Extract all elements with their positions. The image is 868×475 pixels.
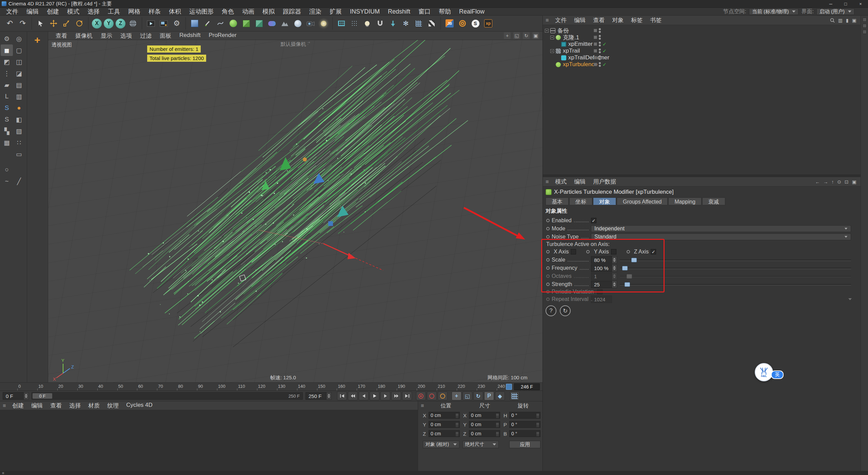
visibility-dots-icon[interactable]: [599, 49, 601, 53]
om-menu-4[interactable]: 标签: [627, 16, 646, 24]
enabled-check-icon[interactable]: ✓: [603, 62, 607, 67]
viewport-renderer-menu-0[interactable]: Redshift: [175, 32, 204, 40]
layer-square-icon[interactable]: [594, 49, 597, 53]
object-row-xpTrailDeformer[interactable]: xpTrailDeformer: [543, 54, 861, 61]
object-row-克隆.1[interactable]: 克隆.1: [543, 34, 861, 41]
next-frame-button[interactable]: [380, 392, 390, 400]
menubar-item-2[interactable]: 创建: [43, 8, 63, 16]
workplane-icon[interactable]: ◫: [13, 56, 25, 68]
rect-tool-icon[interactable]: ▭: [13, 148, 25, 160]
position-mode-dropdown[interactable]: 对象 (相对): [423, 441, 459, 448]
om-menu-1[interactable]: 编辑: [570, 16, 589, 24]
minimize-button[interactable]: ─: [823, 0, 838, 7]
timeline-ruler[interactable]: 0102030405060708090100110120130140150160…: [0, 382, 542, 391]
menubar-item-16[interactable]: INSYDIUM: [346, 8, 384, 16]
viewport-menu-2[interactable]: 显示: [97, 32, 116, 40]
coord-input-rotation-P[interactable]: 0 °: [509, 421, 540, 428]
strength-slider[interactable]: [620, 281, 851, 288]
lasso-tool-icon[interactable]: ╱: [13, 175, 25, 187]
landscape-button[interactable]: [278, 17, 291, 30]
tab-3[interactable]: Groups Affected: [617, 197, 668, 205]
search-icon[interactable]: [830, 18, 835, 23]
tab-2[interactable]: 对象: [593, 197, 616, 205]
play-button[interactable]: [370, 392, 379, 400]
previous-key-button[interactable]: [348, 392, 358, 400]
scale-field[interactable]: 80 %: [591, 256, 617, 264]
object-toggles[interactable]: ✓: [594, 48, 607, 54]
menubar-item-15[interactable]: 扩展: [326, 8, 346, 16]
xp-help-button[interactable]: ?: [546, 305, 556, 316]
light-button[interactable]: [317, 17, 330, 30]
material-menu-2[interactable]: 查看: [46, 402, 65, 410]
camera-button[interactable]: [304, 17, 317, 30]
add-palette-icon[interactable]: +: [32, 35, 42, 45]
visibility-dots-icon[interactable]: [599, 35, 601, 40]
particles-button[interactable]: [348, 17, 361, 30]
array-button[interactable]: [253, 17, 265, 30]
circle-tool-icon[interactable]: ○: [1, 164, 13, 175]
viewport-menu-5[interactable]: 面板: [156, 32, 175, 40]
expander-icon[interactable]: [550, 36, 554, 39]
key-scale-toggle[interactable]: ◱: [462, 392, 472, 400]
spinner-arrows-icon[interactable]: [327, 392, 332, 400]
panel-splitter[interactable]: [543, 174, 861, 177]
strength-field[interactable]: 25: [591, 281, 617, 288]
keyframe-dot[interactable]: [627, 250, 630, 253]
xpresso-table-button[interactable]: [335, 17, 348, 30]
object-toggles[interactable]: ✓: [594, 41, 607, 48]
keyframe-dot[interactable]: [546, 219, 550, 222]
keyframe-dot[interactable]: [546, 258, 550, 262]
enabled-check-icon[interactable]: ✓: [603, 48, 607, 54]
menubar-item-14[interactable]: 渲染: [305, 8, 326, 16]
key-parameter-toggle[interactable]: P: [484, 392, 494, 400]
model-mode-icon[interactable]: ◼: [1, 44, 13, 56]
xparticles-plugin-button[interactable]: xp: [482, 17, 495, 30]
material-menu-1[interactable]: 编辑: [27, 402, 46, 410]
uv-mode-icon[interactable]: ▤: [13, 79, 25, 91]
dots-icon[interactable]: ∷: [13, 137, 25, 148]
status-menu-icon[interactable]: ≡: [2, 471, 4, 475]
key-position-toggle[interactable]: +: [452, 392, 461, 400]
record-keyframe-button[interactable]: [416, 392, 426, 400]
object-row-xpEmitter[interactable]: xpEmitter✓: [543, 41, 861, 48]
checker-icon[interactable]: ▚: [1, 125, 13, 137]
sphere-tool-icon[interactable]: ●: [13, 102, 25, 114]
download-button[interactable]: [387, 17, 399, 30]
menubar-item-9[interactable]: 运动图形: [185, 8, 218, 16]
edges-mode-icon[interactable]: ◪: [13, 68, 25, 79]
am-menu-1[interactable]: 编辑: [570, 178, 589, 186]
menubar-item-11[interactable]: 动画: [238, 8, 258, 16]
layer-square-icon[interactable]: [594, 42, 597, 46]
x-axis-lock-button[interactable]: X: [92, 19, 102, 28]
keyframe-time-button[interactable]: [438, 392, 448, 400]
object-row-备份[interactable]: 备份: [543, 27, 861, 34]
render-settings-button[interactable]: ⚙: [170, 17, 183, 30]
end-frame-field[interactable]: 250 F: [305, 392, 332, 400]
pan-view-icon[interactable]: +: [504, 32, 511, 39]
object-toggles[interactable]: [594, 27, 601, 34]
paint-icon[interactable]: ◧: [13, 114, 25, 125]
magnet-snap-button[interactable]: [374, 17, 387, 30]
live-selection-tool[interactable]: [34, 17, 47, 30]
points-mode-icon[interactable]: ⋮: [1, 68, 13, 79]
menubar-item-4[interactable]: 选择: [83, 8, 104, 16]
visibility-dots-icon[interactable]: [599, 62, 601, 67]
mode-dropdown[interactable]: Independent: [591, 225, 851, 232]
coord-input-size-Y[interactable]: 0 cm: [469, 421, 500, 428]
menubar-item-10[interactable]: 角色: [218, 8, 238, 16]
redo-button[interactable]: ↷: [16, 17, 29, 30]
slider-thumb[interactable]: [625, 282, 630, 287]
material-menu-5[interactable]: 纹理: [103, 402, 122, 410]
snowflake-button[interactable]: ✻: [399, 17, 412, 30]
arrow-mode-icon[interactable]: ◎: [13, 33, 25, 44]
am-menu-2[interactable]: 用户数据: [589, 178, 620, 186]
tab-0[interactable]: 基本: [546, 197, 569, 205]
menubar-item-12[interactable]: 模拟: [258, 8, 279, 16]
visibility-dots-icon[interactable]: [599, 55, 601, 60]
material-menu-4[interactable]: 材质: [84, 402, 103, 410]
menubar-item-17[interactable]: Redshift: [384, 8, 414, 16]
viewport-menu-4[interactable]: 过滤: [136, 32, 156, 40]
tab-1[interactable]: 坐标: [569, 197, 592, 205]
expander-icon[interactable]: [550, 49, 554, 53]
texture-mode-icon[interactable]: ◩: [1, 56, 13, 68]
